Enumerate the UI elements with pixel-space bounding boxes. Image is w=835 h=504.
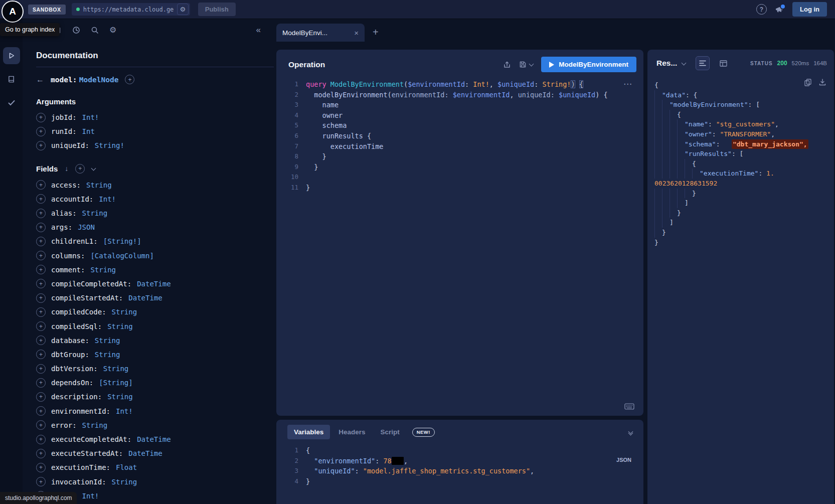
add-to-query-icon[interactable]: + (36, 279, 46, 288)
operation-tab[interactable]: ModelByEnvi... × (276, 24, 365, 42)
back-icon[interactable]: ← (36, 75, 44, 84)
field-row[interactable]: +compileCompletedAt:DateTime (36, 277, 274, 291)
field-row[interactable]: +childrenL1:[String!] (36, 234, 274, 248)
copy-response-icon[interactable] (804, 79, 811, 86)
add-to-query-icon[interactable]: + (36, 406, 46, 416)
chevron-down-icon[interactable] (91, 165, 96, 171)
doc-field-type[interactable]: DateTime (128, 449, 162, 457)
doc-field-type[interactable]: [String!] (103, 237, 141, 245)
add-to-query-icon[interactable]: + (36, 420, 46, 430)
endpoint-url-text[interactable]: https://metadata.cloud.get (83, 6, 174, 13)
save-icon[interactable] (519, 61, 533, 68)
download-response-icon[interactable] (819, 79, 826, 86)
collapse-variables-icon[interactable] (629, 431, 632, 434)
argument-row[interactable]: +jobId:Int! (36, 110, 274, 124)
add-to-query-icon[interactable]: + (36, 449, 46, 458)
keyboard-shortcuts-icon[interactable] (624, 403, 634, 410)
doc-field-type[interactable]: DateTime (128, 294, 162, 302)
save-dropdown-icon[interactable] (529, 62, 534, 67)
new-tab-icon[interactable]: + (373, 27, 379, 38)
code-line[interactable]: 7 executionTime (276, 141, 643, 152)
field-row[interactable]: +environmentId:Int! (36, 404, 274, 418)
field-row[interactable]: +access:String (36, 178, 274, 192)
close-tab-icon[interactable]: × (354, 29, 359, 37)
settings-gear-icon[interactable]: ⚙ (109, 26, 116, 34)
code-line[interactable]: 4} (276, 476, 643, 487)
add-to-query-icon[interactable]: + (36, 141, 46, 150)
add-to-query-icon[interactable]: + (36, 321, 46, 331)
doc-field-type[interactable]: String (112, 478, 137, 486)
field-row[interactable]: +executeStartedAt:DateTime (36, 446, 274, 460)
add-to-query-icon[interactable]: + (36, 350, 46, 359)
doc-field-type[interactable]: DateTime (137, 280, 171, 288)
field-row[interactable]: +args:JSON (36, 220, 274, 234)
field-row[interactable]: +accountId:Int! (36, 192, 274, 206)
doc-field-type[interactable]: String (107, 322, 133, 330)
code-line[interactable]: 2 modelByEnvironment(environmentId: $env… (276, 90, 643, 100)
overflow-menu-icon[interactable]: ⋯ (623, 79, 632, 89)
field-row[interactable]: +comment:String (36, 263, 274, 277)
field-row[interactable]: +compiledCode:String (36, 305, 274, 319)
add-to-query-icon[interactable]: + (36, 392, 46, 402)
collapse-docs-icon[interactable]: « (256, 25, 261, 35)
code-line[interactable]: 11} (276, 183, 643, 193)
add-type-icon[interactable]: + (125, 75, 134, 84)
breadcrumb-type[interactable]: ModelNode (79, 76, 119, 84)
code-line[interactable]: 10 (276, 172, 643, 183)
code-line[interactable]: 1{ (276, 445, 643, 456)
doc-field-type[interactable]: String! (95, 141, 124, 149)
doc-field-type[interactable]: Int! (99, 195, 116, 203)
field-row[interactable]: +dbtVersion:String (36, 362, 274, 376)
search-icon[interactable] (91, 26, 99, 34)
doc-field-type[interactable]: Int! (116, 407, 133, 415)
add-to-query-icon[interactable]: + (36, 265, 46, 274)
connection-settings-icon[interactable]: ⚙ (177, 4, 189, 15)
argument-row[interactable]: +uniqueId:String! (36, 138, 274, 152)
add-to-query-icon[interactable]: + (36, 251, 46, 260)
add-to-query-icon[interactable]: + (36, 237, 46, 246)
doc-field-type[interactable]: String (90, 266, 116, 274)
run-operation-button[interactable]: ModelByEnvironment (541, 57, 636, 72)
doc-field-type[interactable]: String (86, 181, 112, 189)
code-line[interactable]: 3 "uniqueId": "model.jaffle_shop_metrics… (276, 466, 643, 476)
doc-field-type[interactable]: JSON (78, 223, 95, 231)
doc-field-type[interactable]: String (82, 421, 108, 429)
code-line[interactable]: 2 "environmentId": 78000, (276, 456, 643, 466)
doc-field-type[interactable]: String (95, 351, 120, 359)
field-row[interactable]: +columns:[CatalogColumn] (36, 249, 274, 263)
tab-script[interactable]: Script (374, 425, 406, 439)
endpoint-url-input[interactable]: https://metadata.cloud.get ⚙ (72, 3, 190, 16)
field-row[interactable]: +error:String (36, 418, 274, 432)
add-to-query-icon[interactable]: + (36, 307, 46, 317)
doc-field-type[interactable]: String (103, 365, 129, 373)
field-row[interactable]: +compileStartedAt:DateTime (36, 291, 274, 305)
add-to-query-icon[interactable]: + (36, 113, 46, 122)
code-line[interactable]: 9 } (276, 162, 643, 173)
add-to-query-icon[interactable]: + (36, 209, 46, 218)
response-dropdown-icon[interactable] (682, 60, 687, 65)
add-to-query-icon[interactable]: + (36, 127, 46, 136)
doc-field-type[interactable]: DateTime (137, 435, 171, 443)
field-row[interactable]: +executeCompletedAt:DateTime (36, 432, 274, 446)
doc-field-type[interactable]: Int! (82, 113, 99, 121)
tab-headers[interactable]: Headers (332, 425, 372, 439)
field-row[interactable]: +invocationId:String (36, 475, 274, 489)
field-row[interactable]: +executionTime:Float (36, 460, 274, 474)
field-row[interactable]: +alias:String (36, 206, 274, 220)
code-line[interactable]: 5 schema (276, 120, 643, 131)
argument-row[interactable]: +runId:Int (36, 124, 274, 138)
add-to-query-icon[interactable]: + (36, 335, 46, 345)
login-button[interactable]: Log in (792, 2, 827, 17)
field-row[interactable]: +dependsOn:[String] (36, 376, 274, 390)
schema-button[interactable] (3, 71, 20, 88)
add-to-query-icon[interactable]: + (36, 194, 46, 204)
doc-field-type[interactable]: [String] (99, 379, 132, 387)
doc-field-type[interactable]: String (107, 393, 133, 401)
response-title[interactable]: Res... (656, 59, 677, 68)
add-all-fields-icon[interactable]: + (75, 164, 85, 174)
field-row[interactable]: +dbtGroup:String (36, 348, 274, 362)
publish-button[interactable]: Publish (198, 3, 236, 16)
code-line[interactable]: 1query ModelByEnvironment($environmentId… (276, 79, 643, 90)
add-to-query-icon[interactable]: + (36, 477, 46, 486)
explorer-button[interactable] (3, 47, 20, 64)
